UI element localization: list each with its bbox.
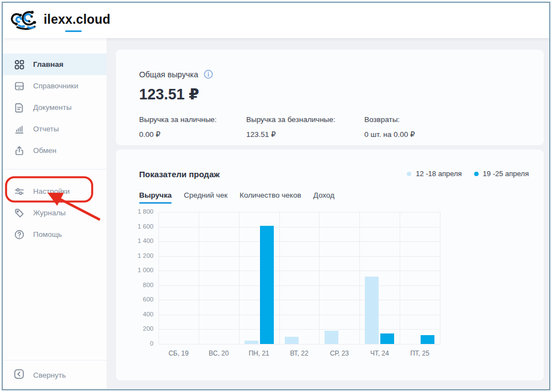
- sidebar-item-label: Документы: [33, 103, 72, 112]
- bar-week1: [325, 331, 338, 344]
- dashboard-icon: [13, 59, 25, 70]
- gridline-v: [319, 212, 320, 344]
- gridline-v: [359, 212, 360, 344]
- gridline-h: [158, 227, 440, 227]
- sidebar: Главная Справочники: [3, 38, 107, 389]
- y-axis-tick: 1 600: [116, 223, 153, 230]
- gridline-h: [158, 212, 440, 213]
- revenue-card-title: Общая выручка: [139, 70, 198, 79]
- x-axis-tick: СР, 23: [319, 349, 359, 357]
- sidebar-item-journals[interactable]: Журналы: [3, 202, 107, 224]
- sidebar-item-label: Журналы: [33, 209, 66, 217]
- legend-label: 12 -18 апреля: [416, 169, 461, 178]
- help-icon: [13, 229, 25, 240]
- collapse-button[interactable]: Свернуть: [3, 360, 107, 389]
- bar-week1: [365, 277, 379, 344]
- gridline-v: [279, 212, 280, 344]
- x-axis-tick: ПН, 21: [239, 349, 279, 357]
- y-axis-tick: 400: [116, 311, 153, 317]
- app-window: ilexx.cloud Главная: [2, 2, 550, 390]
- y-axis-tick: 1 200: [116, 252, 153, 259]
- stat-value: 0.00 ₽: [139, 130, 246, 139]
- journals-icon: [13, 207, 25, 219]
- bar-week2: [380, 333, 394, 344]
- collapse-icon: [13, 368, 25, 382]
- tab-check-count[interactable]: Количество чеков: [240, 191, 301, 204]
- exchange-icon: [13, 145, 25, 156]
- gridline-h: [158, 241, 440, 242]
- gridline-v: [400, 212, 400, 344]
- gridline-h: [158, 329, 440, 330]
- sidebar-item-label: Помощь: [33, 230, 62, 239]
- sidebar-item-help[interactable]: Помощь: [3, 224, 107, 245]
- x-axis-tick: ВС, 20: [199, 349, 239, 357]
- reports-icon: [13, 123, 25, 135]
- sidebar-item-home[interactable]: Главная: [3, 54, 107, 75]
- chart-legend: 12 -18 апреля 19 -25 апреля: [407, 169, 529, 178]
- tab-average-check[interactable]: Средний чек: [184, 191, 227, 204]
- stat-label: Выручка за наличные:: [139, 115, 246, 124]
- gridline-v: [199, 212, 199, 344]
- bar-week2: [421, 335, 434, 344]
- gridline-h: [158, 256, 440, 257]
- tab-income[interactable]: Доход: [314, 191, 335, 204]
- top-header: ilexx.cloud: [3, 3, 549, 38]
- sidebar-item-exchange[interactable]: Обмен: [3, 140, 107, 161]
- tab-revenue[interactable]: Выручка: [139, 191, 172, 204]
- cashless-revenue-stat: Выручка за безналичные: 123.51 ₽: [246, 115, 364, 139]
- sidebar-item-label: Главная: [33, 60, 63, 68]
- total-revenue-card: Общая выручка 123.51 ₽ Выручка за наличн…: [116, 50, 544, 145]
- bar-week1: [285, 337, 299, 344]
- documents-icon: [13, 102, 25, 113]
- cash-revenue-stat: Выручка за наличные: 0.00 ₽: [139, 115, 246, 139]
- sidebar-item-documents[interactable]: Документы: [3, 97, 107, 118]
- y-axis-tick: 0: [116, 340, 153, 347]
- legend-item-week2: 19 -25 апреля: [474, 169, 529, 178]
- y-axis-tick: 200: [116, 325, 153, 332]
- gridline-h: [158, 300, 440, 300]
- sidebar-item-directories[interactable]: Справочники: [3, 75, 107, 97]
- legend-label: 19 -25 апреля: [483, 169, 529, 178]
- x-axis-tick: СБ, 19: [158, 349, 199, 357]
- gridline-h: [158, 315, 440, 315]
- stat-value: 123.51 ₽: [246, 130, 364, 139]
- stat-value: 0 шт. на 0.00 ₽: [364, 130, 482, 139]
- y-axis-tick: 600: [116, 296, 153, 303]
- sales-card-title: Показатели продаж: [139, 169, 220, 179]
- sales-indicators-card: Показатели продаж 12 -18 апреля 19 -25 а…: [116, 150, 544, 380]
- stat-label: Возвраты:: [364, 115, 482, 124]
- info-icon[interactable]: [204, 70, 213, 79]
- brand-title: ilexx.cloud: [44, 12, 110, 27]
- sidebar-item-label: Обмен: [33, 146, 56, 155]
- sidebar-item-label: Настройки: [33, 187, 70, 195]
- legend-item-week1: 12 -18 апреля: [407, 169, 461, 178]
- settings-icon: [13, 186, 25, 197]
- x-axis-tick: ПТ, 25: [400, 349, 440, 357]
- bar-week2: [260, 226, 274, 344]
- sidebar-divider: [3, 169, 107, 169]
- gridline-h: [158, 271, 440, 271]
- directories-icon: [13, 80, 25, 92]
- gridline-h: [158, 344, 440, 345]
- bar-week1: [245, 341, 258, 344]
- gridline-h: [158, 285, 440, 286]
- collapse-label: Свернуть: [33, 371, 66, 379]
- sidebar-item-label: Отчеты: [33, 125, 59, 133]
- gridline-v: [239, 212, 240, 344]
- gridline-v: [158, 212, 159, 344]
- x-axis-tick: ЧТ, 24: [359, 349, 400, 357]
- sales-chart: 02004006008001 0001 2001 4001 6001 800СБ…: [116, 150, 544, 380]
- brand-underline: [65, 30, 82, 32]
- y-axis-tick: 1 000: [116, 267, 153, 273]
- sidebar-item-label: Справочники: [33, 82, 78, 90]
- stat-label: Выручка за безналичные:: [246, 115, 364, 124]
- gridline-v: [440, 212, 440, 344]
- x-axis-tick: ВТ, 22: [279, 349, 320, 357]
- sales-tabs: Выручка Средний чек Количество чеков Дох…: [139, 191, 335, 204]
- y-axis-tick: 1 800: [116, 208, 153, 215]
- sidebar-item-settings[interactable]: Настройки: [3, 181, 107, 202]
- y-axis-tick: 800: [116, 282, 153, 288]
- main-content: Общая выручка 123.51 ₽ Выручка за наличн…: [107, 38, 549, 389]
- total-revenue-value: 123.51 ₽: [139, 86, 521, 103]
- sidebar-item-reports[interactable]: Отчеты: [3, 118, 107, 140]
